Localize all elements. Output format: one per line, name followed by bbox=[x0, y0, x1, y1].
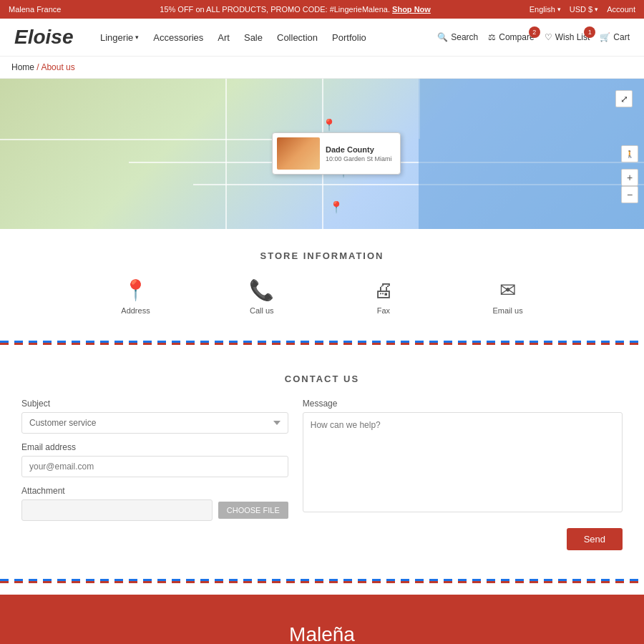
store-email: ✉ Email us bbox=[492, 278, 522, 315]
nav-art[interactable]: Art bbox=[218, 32, 230, 43]
email-icon: ✉ bbox=[499, 278, 516, 302]
top-bar-right: English USD $ Account bbox=[530, 5, 635, 14]
map-streetview[interactable]: 🚶 bbox=[621, 145, 638, 162]
map-popup-info: Dade County 10:00 Garden St Miami bbox=[326, 145, 392, 162]
contact-right-col: Message bbox=[303, 399, 623, 521]
top-bar-brand: Malena France bbox=[9, 5, 61, 14]
fax-icon: 🖨 bbox=[374, 278, 394, 302]
map-popup: Dade County 10:00 Garden St Miami bbox=[272, 132, 401, 175]
map-zoom-out[interactable]: − bbox=[621, 186, 638, 203]
map-background: 📍 📍 📍 Dade County 10:00 Garden St Miami … bbox=[0, 79, 644, 229]
email-input[interactable] bbox=[21, 456, 288, 477]
breadcrumb-current: About us bbox=[41, 62, 74, 72]
choose-file-button[interactable]: CHOOSE FILE bbox=[218, 502, 288, 519]
store-address: 📍 Address bbox=[121, 278, 150, 315]
search-action[interactable]: 🔍 Search bbox=[437, 32, 478, 42]
subject-label: Subject bbox=[21, 399, 288, 409]
wishlist-badge: 1 bbox=[584, 26, 595, 38]
store-icons-container: 📍 Address 📞 Call us 🖨 Fax ✉ Email us bbox=[72, 278, 572, 315]
email-group: Email address bbox=[21, 442, 288, 477]
attachment-group: Attachment CHOOSE FILE bbox=[21, 486, 288, 521]
site-logo[interactable]: Eloise bbox=[14, 26, 79, 49]
message-label: Message bbox=[303, 399, 623, 409]
email-label: Email us bbox=[492, 306, 522, 315]
cart-action[interactable]: 🛒 Cart bbox=[600, 32, 630, 42]
map-zoom: + − bbox=[621, 169, 638, 203]
subject-group: Subject Customer service bbox=[21, 399, 288, 434]
map-section[interactable]: 📍 📍 📍 Dade County 10:00 Garden St Miami … bbox=[0, 79, 644, 229]
nav-lingerie[interactable]: Lingerie ▾ bbox=[100, 32, 139, 43]
account-link[interactable]: Account bbox=[607, 5, 635, 14]
contact-section: CONTACT US Subject Customer service Emai… bbox=[0, 356, 644, 567]
map-fullscreen-btn[interactable]: ⤢ bbox=[615, 90, 633, 107]
shop-now-link[interactable]: Shop Now bbox=[392, 5, 431, 14]
currency-selector[interactable]: USD $ bbox=[570, 5, 598, 14]
address-label: Address bbox=[121, 306, 150, 315]
phone-icon: 📞 bbox=[249, 278, 274, 302]
phone-label: Call us bbox=[250, 306, 274, 315]
subject-select[interactable]: Customer service bbox=[21, 412, 288, 434]
map-popup-title: Dade County bbox=[326, 145, 392, 154]
message-textarea[interactable] bbox=[303, 412, 623, 512]
file-display bbox=[21, 499, 213, 521]
nav-accessories[interactable]: Accessories bbox=[153, 32, 203, 43]
contact-form: Subject Customer service Email address A… bbox=[21, 399, 623, 521]
compare-action[interactable]: ⚖ Compare 2 bbox=[488, 32, 534, 42]
store-info-section: STORE INFORMATION 📍 Address 📞 Call us 🖨 … bbox=[0, 229, 644, 329]
attachment-row: CHOOSE FILE bbox=[21, 499, 288, 521]
send-button[interactable]: Send bbox=[567, 528, 623, 550]
search-icon: 🔍 bbox=[437, 32, 448, 42]
email-label: Email address bbox=[21, 442, 288, 452]
store-fax: 🖨 Fax bbox=[374, 278, 394, 315]
map-pin-3[interactable]: 📍 bbox=[329, 200, 343, 214]
nav-sale[interactable]: Sale bbox=[244, 32, 263, 43]
form-actions: Send bbox=[21, 528, 623, 550]
map-popup-address: 10:00 Garden St Miami bbox=[326, 155, 392, 162]
store-phone: 📞 Call us bbox=[249, 278, 274, 315]
divider-bottom bbox=[0, 579, 644, 583]
wishlist-action[interactable]: ♡ Wish List 1 bbox=[545, 32, 590, 42]
compare-badge: 2 bbox=[529, 26, 540, 38]
promo-banner: 15% OFF on ALL PRODUCTS, PROMO CODE: #Li… bbox=[61, 5, 529, 14]
main-nav: Lingerie ▾ Accessories Art Sale Collecti… bbox=[100, 32, 437, 43]
breadcrumb-home[interactable]: Home bbox=[11, 62, 34, 72]
cart-icon: 🛒 bbox=[600, 32, 610, 42]
nav-collection[interactable]: Collection bbox=[277, 32, 318, 43]
heart-icon: ♡ bbox=[545, 32, 552, 42]
footer-brand-section: Maleña Our online store presents a huge … bbox=[0, 595, 644, 644]
message-group: Message bbox=[303, 399, 623, 514]
attachment-label: Attachment bbox=[21, 486, 288, 496]
nav-portfolio[interactable]: Portfolio bbox=[332, 32, 366, 43]
header: Eloise Lingerie ▾ Accessories Art Sale C… bbox=[0, 19, 644, 57]
fax-label: Fax bbox=[377, 306, 390, 315]
top-bar: Malena France 15% OFF on ALL PRODUCTS, P… bbox=[0, 0, 644, 19]
map-zoom-in[interactable]: + bbox=[621, 169, 638, 186]
map-pin-1[interactable]: 📍 bbox=[322, 118, 336, 132]
compare-icon: ⚖ bbox=[488, 32, 496, 42]
contact-left-col: Subject Customer service Email address A… bbox=[21, 399, 288, 521]
store-info-title: STORE INFORMATION bbox=[14, 250, 630, 261]
brand-name: Malena France bbox=[9, 5, 61, 14]
divider-top bbox=[0, 341, 644, 345]
language-selector[interactable]: English bbox=[530, 5, 561, 14]
header-actions: 🔍 Search ⚖ Compare 2 ♡ Wish List 1 🛒 Car… bbox=[437, 32, 630, 42]
promo-text: 15% OFF on ALL PRODUCTS, PROMO CODE: #Li… bbox=[160, 5, 390, 14]
nav-lingerie-arrow: ▾ bbox=[135, 34, 139, 41]
breadcrumb: Home / About us bbox=[0, 57, 644, 79]
contact-title: CONTACT US bbox=[21, 374, 623, 384]
map-popup-image bbox=[277, 137, 320, 170]
address-icon: 📍 bbox=[123, 278, 148, 302]
footer-brand-name: Maleña bbox=[14, 623, 630, 644]
map-streetview-icon[interactable]: 🚶 bbox=[621, 145, 638, 162]
